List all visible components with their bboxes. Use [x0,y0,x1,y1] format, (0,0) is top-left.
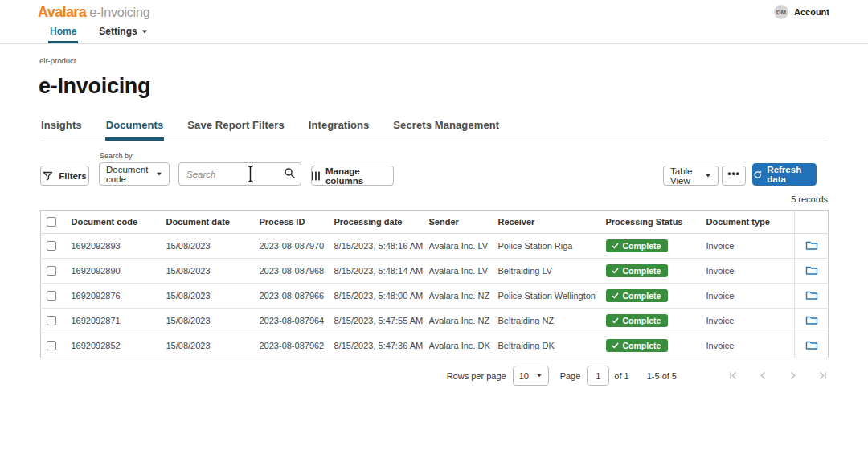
tab-secrets-management[interactable]: Secrets Management [392,119,500,141]
col-receiver[interactable]: Receiver [498,211,606,234]
cell-process-id: 2023-08-087966 [260,284,334,309]
manage-columns-button[interactable]: Manage columns [311,166,394,186]
page-label: Page [560,371,581,381]
cell-document-date: 15/08/2023 [166,284,260,309]
folder-icon [805,339,818,350]
cell-document-type: Invoice [706,284,795,309]
tab-save-report-filters[interactable]: Save Report Filters [186,119,285,141]
manage-columns-label: Manage columns [326,166,393,186]
table-row: 1692092893 15/08/2023 2023-08-087970 8/1… [41,234,829,259]
open-document-button[interactable] [795,259,829,284]
cell-document-type: Invoice [706,309,795,333]
select-all-checkbox[interactable] [47,217,56,227]
toolbar: Filters Search by Document code Manage c… [40,150,828,186]
row-checkbox[interactable] [47,291,56,301]
account-menu[interactable]: DM Account [774,5,829,19]
avalara-logo: Avalara e-Invoicing [38,4,149,21]
cell-document-code: 1692092871 [72,309,166,333]
cell-sender: Avalara Inc. NZ [429,309,498,333]
open-document-button[interactable] [795,333,829,358]
ellipsis-icon: ••• [727,168,740,179]
columns-icon [312,171,320,181]
page-number-input[interactable] [587,366,609,386]
col-processing-date[interactable]: Processing date [334,211,429,234]
main-nav: Home Settings [0,22,868,44]
filters-label: Filters [59,171,87,181]
open-document-button[interactable] [795,234,829,259]
caret-down-icon [537,374,542,378]
col-processing-status[interactable]: Processing Status [606,211,706,234]
nav-item-home[interactable]: Home [48,22,78,43]
nav-settings-label: Settings [99,26,137,37]
check-icon [612,268,619,274]
col-document-type[interactable]: Document type [706,211,795,234]
row-checkbox[interactable] [47,266,56,276]
chevron-down-icon [141,30,146,33]
pagination-nav [728,370,828,381]
rows-per-page-label: Rows per page [447,371,506,381]
col-process-id[interactable]: Process ID [260,211,334,234]
row-checkbox[interactable] [47,241,56,251]
page-title: e-Invoicing [39,74,868,99]
cell-sender: Avalara Inc. DK [429,333,498,358]
rows-per-page-value: 10 [519,371,529,381]
documents-table: Document code Document date Process ID P… [40,210,829,358]
tab-insights[interactable]: Insights [40,119,83,141]
col-sender[interactable]: Sender [429,211,498,234]
cell-sender: Avalara Inc. NZ [429,284,498,309]
caret-down-icon [157,173,162,176]
page-of-label: of 1 [614,371,628,381]
chevron-right-icon[interactable] [788,370,798,381]
refresh-data-button[interactable]: Refresh data [752,163,817,186]
app-header: Avalara e-Invoicing DM Account [0,0,868,21]
breadcrumb: elr-product [39,56,868,65]
chevron-left-icon[interactable] [758,370,768,381]
folder-icon [805,289,818,301]
col-document-date[interactable]: Document date [166,211,260,234]
cell-receiver: Beltraiding LV [498,259,606,284]
logo-product-text: e-Invoicing [89,6,149,20]
cell-document-date: 15/08/2023 [166,309,260,333]
open-document-button[interactable] [795,309,829,333]
check-icon [612,292,619,299]
cell-process-id: 2023-08-087962 [260,333,334,358]
cell-document-date: 15/08/2023 [166,234,260,259]
open-document-button[interactable] [795,284,829,309]
cell-receiver: Beltraiding DK [498,333,606,358]
refresh-label: Refresh data [767,165,816,184]
cell-process-id: 2023-08-087964 [260,309,334,333]
nav-item-settings[interactable]: Settings [97,22,149,43]
col-document-code[interactable]: Document code [72,211,166,234]
funnel-icon [43,171,53,181]
check-icon [612,243,619,249]
table-row: 1692092890 15/08/2023 2023-08-087968 8/1… [41,259,829,284]
avatar[interactable]: DM [774,5,788,19]
search-field-wrap [178,162,301,186]
row-checkbox[interactable] [47,341,56,350]
last-page-icon[interactable] [817,370,828,381]
table-header-row: Document code Document date Process ID P… [41,211,829,234]
more-actions-button[interactable]: ••• [722,166,746,186]
col-actions [795,211,829,234]
cell-document-code: 1692092876 [72,284,166,309]
check-icon [612,317,619,324]
cell-process-id: 2023-08-087968 [260,259,334,284]
search-icon[interactable] [284,167,296,182]
cell-document-code: 1692092852 [72,333,166,358]
row-checkbox[interactable] [47,316,56,325]
cell-document-type: Invoice [706,333,795,358]
search-by-label: Search by [100,152,133,160]
logo-brand-text: Avalara [38,4,86,21]
tab-documents[interactable]: Documents [105,119,165,141]
first-page-icon[interactable] [728,370,739,381]
table-view-dropdown[interactable]: Table View [663,166,719,186]
search-by-dropdown[interactable]: Document code [99,162,170,186]
filters-button[interactable]: Filters [40,166,89,186]
rows-per-page-select[interactable]: 10 [513,366,549,386]
cell-receiver: Beltraiding NZ [498,309,606,333]
range-label: 1-5 of 5 [647,371,677,381]
folder-icon [805,314,818,325]
tab-integrations[interactable]: Integrations [308,119,371,141]
cell-receiver: Police Station Riga [498,234,606,259]
check-icon [612,342,619,349]
